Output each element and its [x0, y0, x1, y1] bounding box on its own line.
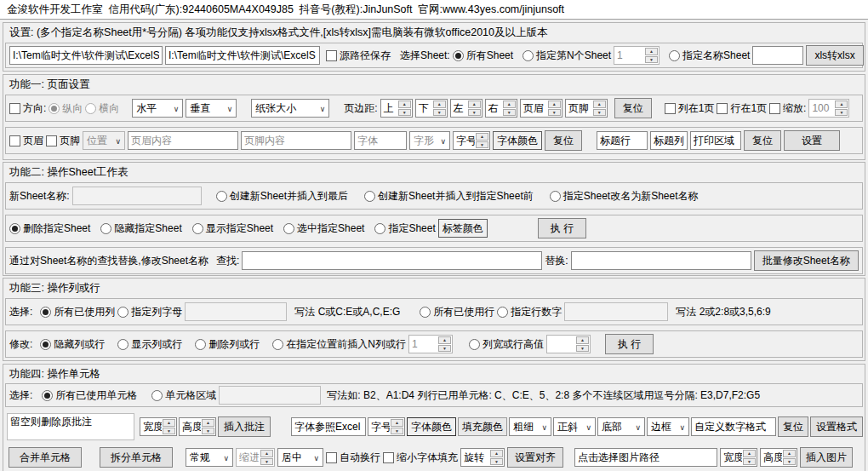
- set-align-button[interactable]: 设置对齐: [507, 447, 563, 468]
- spinner-arrows-icon[interactable]: [475, 132, 489, 149]
- cell-range-radio[interactable]: [151, 390, 163, 401]
- merge-cells-button[interactable]: 合并单元格: [9, 447, 82, 468]
- spinner-arrows-icon[interactable]: [437, 336, 452, 353]
- spinner-arrows-icon[interactable]: [390, 418, 404, 435]
- insert-comment-button[interactable]: 插入批注: [218, 416, 271, 437]
- cell-font-size-stepper[interactable]: 字号: [368, 417, 405, 436]
- spinner-arrows-icon[interactable]: [502, 100, 517, 117]
- center-align-dropdown[interactable]: 居中: [277, 448, 323, 467]
- image-height-stepper[interactable]: 高度: [760, 448, 797, 467]
- paper-size-dropdown[interactable]: 纸张大小: [251, 99, 329, 118]
- indent-stepper[interactable]: 缩进: [236, 448, 275, 467]
- italic-dropdown[interactable]: 正斜: [553, 417, 596, 436]
- header-footer-reset-button[interactable]: 复位: [545, 130, 582, 151]
- spinner-arrows-icon[interactable]: [162, 418, 176, 435]
- fill-color-picker[interactable]: 填充颜色: [458, 417, 507, 436]
- print-area-input[interactable]: [690, 131, 741, 150]
- bold-dropdown[interactable]: 粗细: [509, 417, 551, 436]
- rename-sheet-radio[interactable]: [550, 191, 561, 202]
- font-style-dropdown[interactable]: 字形: [409, 131, 450, 150]
- spinner-arrows-icon[interactable]: [834, 100, 848, 117]
- title-row-input[interactable]: [597, 131, 648, 150]
- shrink-to-fit-checkbox[interactable]: [383, 452, 394, 463]
- number-format-input[interactable]: [691, 417, 776, 436]
- insert-image-button[interactable]: 插入图片: [800, 447, 853, 468]
- insert-n-radio[interactable]: [272, 339, 283, 350]
- spinner-arrows-icon[interactable]: [467, 100, 482, 117]
- all-columns-radio[interactable]: [40, 307, 51, 318]
- spinner-arrows-icon[interactable]: [547, 100, 562, 117]
- target-path-input[interactable]: [165, 46, 320, 65]
- select-sheet-radio[interactable]: [283, 223, 294, 234]
- set-format-button[interactable]: 设置格式: [810, 416, 863, 437]
- font-ref-input[interactable]: [291, 417, 366, 436]
- all-rows-radio[interactable]: [420, 307, 431, 318]
- fit-rows-checkbox[interactable]: [717, 103, 728, 114]
- comment-width-stepper[interactable]: 宽度: [140, 417, 177, 436]
- delete-colrow-radio[interactable]: [195, 339, 206, 350]
- spinner-arrows-icon[interactable]: [260, 449, 274, 466]
- column-letter-radio[interactable]: [117, 307, 128, 318]
- header-content-input[interactable]: [128, 131, 238, 150]
- split-cells-button[interactable]: 拆分单元格: [100, 447, 173, 468]
- rotate-stepper[interactable]: 旋转: [460, 448, 505, 467]
- margin-right-stepper[interactable]: 右: [485, 99, 517, 118]
- number-general-dropdown[interactable]: 常规: [186, 448, 233, 467]
- nth-sheet-radio[interactable]: [523, 50, 534, 61]
- footer-margin-stepper[interactable]: 页脚: [565, 99, 608, 118]
- font-color-picker[interactable]: 字体颜色: [493, 131, 542, 150]
- header-margin-stepper[interactable]: 页眉: [520, 99, 562, 118]
- row-number-radio[interactable]: [497, 307, 508, 318]
- cell-range-input[interactable]: [219, 386, 321, 405]
- source-path-input[interactable]: [9, 46, 163, 65]
- image-path-input[interactable]: [574, 448, 717, 467]
- comment-textarea[interactable]: 留空则删除原批注: [7, 413, 134, 440]
- hide-colrow-radio[interactable]: [40, 339, 51, 350]
- show-sheet-radio[interactable]: [192, 223, 203, 234]
- xls-to-xlsx-button[interactable]: xls转xlsx: [806, 45, 863, 66]
- spinner-arrows-icon[interactable]: [742, 449, 757, 466]
- keep-source-path-checkbox[interactable]: [326, 50, 337, 61]
- nth-sheet-stepper[interactable]: 1: [614, 46, 660, 65]
- size-value-radio[interactable]: [469, 339, 480, 350]
- new-sheet-name-input[interactable]: [72, 187, 202, 205]
- spinner-arrows-icon[interactable]: [644, 47, 659, 64]
- position-dropdown[interactable]: 位置: [83, 131, 125, 150]
- vertical-align-dropdown[interactable]: 垂直: [186, 99, 237, 118]
- spinner-arrows-icon[interactable]: [201, 418, 215, 435]
- spinner-arrows-icon[interactable]: [592, 100, 607, 117]
- sheet-execute-button[interactable]: 执 行: [538, 218, 586, 238]
- fit-columns-checkbox[interactable]: [665, 103, 676, 114]
- replace-input[interactable]: [571, 251, 751, 270]
- named-sheet-radio[interactable]: [669, 50, 680, 61]
- horizontal-align-dropdown[interactable]: 水平: [132, 99, 183, 118]
- show-colrow-radio[interactable]: [117, 339, 128, 350]
- valign-dropdown[interactable]: 底部: [597, 417, 645, 436]
- delete-sheet-radio[interactable]: [9, 223, 20, 234]
- all-cells-radio[interactable]: [42, 390, 53, 401]
- size-value-stepper[interactable]: [546, 335, 591, 353]
- scale-checkbox[interactable]: [769, 103, 780, 114]
- cell-font-color-picker[interactable]: 字体颜色: [407, 417, 456, 436]
- spinner-arrows-icon[interactable]: [489, 449, 504, 466]
- batch-rename-button[interactable]: 批量修改Sheet名称: [754, 250, 859, 271]
- page-setup-button[interactable]: 设置: [784, 130, 840, 151]
- row-number-input[interactable]: [564, 302, 668, 321]
- wrap-text-checkbox[interactable]: [326, 452, 337, 463]
- landscape-radio[interactable]: [85, 103, 96, 114]
- find-input[interactable]: [242, 251, 542, 270]
- margin-left-stepper[interactable]: 左: [450, 99, 483, 118]
- margin-bottom-stepper[interactable]: 下: [415, 99, 448, 118]
- tab-color-radio[interactable]: [374, 223, 385, 234]
- create-sheet-end-radio[interactable]: [216, 191, 227, 202]
- hide-sheet-radio[interactable]: [100, 223, 111, 234]
- direction-checkbox[interactable]: [9, 103, 20, 114]
- image-width-stepper[interactable]: 宽度: [720, 448, 757, 467]
- create-sheet-before-radio[interactable]: [364, 191, 375, 202]
- footer-content-input[interactable]: [241, 131, 351, 150]
- spinner-arrows-icon[interactable]: [782, 449, 797, 466]
- column-letter-input[interactable]: [185, 302, 287, 321]
- portrait-radio[interactable]: [49, 103, 60, 114]
- margins-reset-button[interactable]: 复位: [614, 98, 652, 118]
- named-sheet-input[interactable]: [752, 46, 803, 65]
